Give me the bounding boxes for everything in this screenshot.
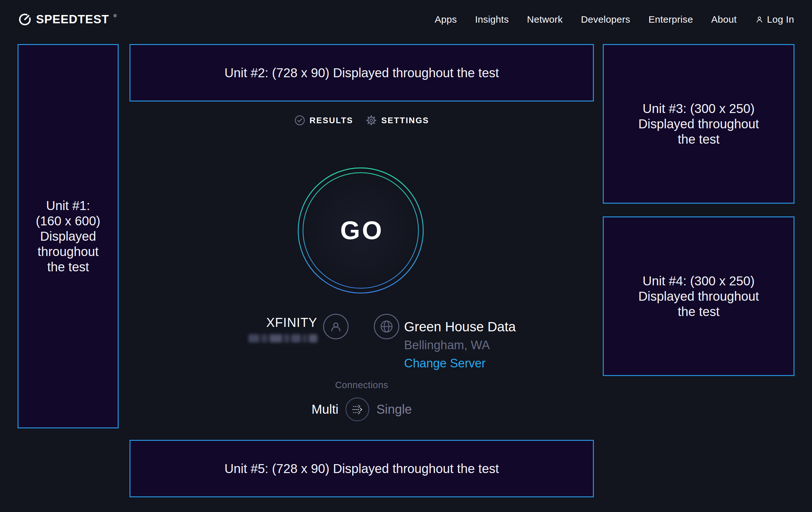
speedtest-gauge-icon — [18, 12, 32, 26]
tab-results[interactable]: RESULTS — [294, 115, 353, 126]
go-button-label: GO — [297, 167, 425, 294]
connections-single-label[interactable]: Single — [376, 402, 412, 416]
ad-line: the test — [638, 304, 759, 319]
brand-logo[interactable]: SPEEDTEST® — [18, 12, 116, 26]
nav-item-apps[interactable]: Apps — [435, 14, 457, 25]
trademark-mark: ® — [114, 14, 117, 18]
person-circle-icon — [329, 320, 343, 333]
ad-unit-5-text: Unit #5: (728 x 90) Displayed throughout… — [225, 461, 499, 476]
ad-unit-5[interactable]: Unit #5: (728 x 90) Displayed throughout… — [129, 440, 594, 497]
ad-unit-4[interactable]: Unit #4: (300 x 250) Displayed throughou… — [603, 216, 794, 376]
header: SPEEDTEST® Apps Insights Network Develop… — [0, 0, 812, 39]
server-location: Bellingham, WA — [404, 339, 516, 352]
connections-label: Connections — [129, 380, 594, 390]
ad-unit-2[interactable]: Unit #2: (728 x 90) Displayed throughout… — [129, 44, 594, 102]
connections-toggle-row: Multi Single — [129, 397, 594, 421]
ad-line: Displayed — [36, 228, 100, 244]
nav-item-enterprise[interactable]: Enterprise — [648, 14, 693, 25]
connection-mode-toggle[interactable] — [345, 397, 369, 421]
nav-item-insights[interactable]: Insights — [475, 14, 509, 25]
gear-icon — [366, 115, 377, 126]
server-name: Green House Data — [404, 319, 516, 334]
globe-icon — [379, 319, 394, 334]
server-info: Green House Data Bellingham, WA Change S… — [404, 319, 516, 370]
ad-unit-3-text: Unit #3: (300 x 250) Displayed throughou… — [638, 101, 759, 147]
ad-line: throughout — [36, 244, 100, 259]
go-button[interactable]: GO — [297, 167, 425, 294]
main-nav: Apps Insights Network Developers Enterpr… — [435, 14, 794, 25]
isp-info: XFINITY — [249, 315, 317, 343]
isp-avatar — [323, 314, 349, 339]
server-globe — [374, 314, 399, 339]
check-circle-icon — [294, 115, 305, 126]
ad-unit-2-text: Unit #2: (728 x 90) Displayed throughout… — [225, 65, 499, 80]
ad-line: (160 x 600) — [36, 213, 100, 228]
tab-settings[interactable]: SETTINGS — [366, 115, 429, 126]
person-icon — [755, 15, 764, 24]
login-link[interactable]: Log In — [755, 14, 794, 25]
tab-settings-label: SETTINGS — [381, 115, 429, 126]
ad-unit-4-text: Unit #4: (300 x 250) Displayed throughou… — [638, 273, 759, 319]
isp-name: XFINITY — [249, 315, 317, 330]
brand-name: SPEEDTEST — [36, 13, 109, 26]
ad-unit-1[interactable]: Unit #1: (160 x 600) Displayed throughou… — [18, 44, 119, 428]
ad-line: Unit #1: — [36, 198, 100, 213]
nav-item-about[interactable]: About — [711, 14, 737, 25]
ad-line: the test — [638, 132, 759, 147]
nav-item-network[interactable]: Network — [527, 14, 562, 25]
nav-item-developers[interactable]: Developers — [581, 14, 630, 25]
tab-results-label: RESULTS — [310, 115, 353, 126]
ad-line: Unit #4: (300 x 250) — [638, 273, 759, 289]
ad-line: the test — [36, 259, 100, 274]
ad-line: Unit #3: (300 x 250) — [638, 101, 759, 116]
ad-line: Displayed throughout — [638, 116, 759, 132]
connections-multi-label[interactable]: Multi — [312, 402, 338, 416]
change-server-link[interactable]: Change Server — [404, 356, 486, 370]
view-tabs: RESULTS SETTINGS — [129, 115, 594, 126]
ad-unit-3[interactable]: Unit #3: (300 x 250) Displayed throughou… — [603, 44, 794, 204]
ad-line: Displayed throughout — [638, 289, 759, 304]
isp-ip-redacted — [249, 334, 317, 343]
multi-arrows-icon — [350, 402, 365, 417]
login-label: Log In — [767, 14, 794, 25]
ad-unit-1-text: Unit #1: (160 x 600) Displayed throughou… — [36, 198, 100, 274]
